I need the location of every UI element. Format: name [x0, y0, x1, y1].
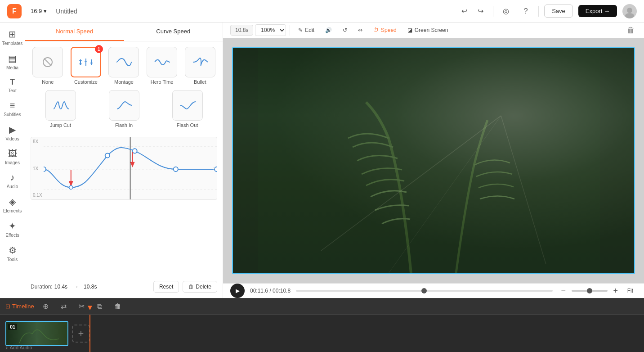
video-toolbar: 10.8s 100% 75% 50% 125% ✎ Edit 🔊 ↺ ⇔ — [223, 23, 644, 38]
sidebar-item-audio[interactable]: ♪ Audio — [2, 170, 23, 192]
app-logo: F — [7, 4, 22, 18]
main-layout: ⊞ Templates ▤ Media T Text ≡ Subtitles ▶… — [0, 23, 644, 298]
svg-rect-28 — [600, 48, 634, 273]
flash-out-icon — [178, 98, 197, 113]
fit-button[interactable]: Fit — [624, 286, 637, 296]
preset-none[interactable]: None — [31, 47, 65, 85]
svg-rect-27 — [233, 48, 258, 273]
sidebar-item-effects[interactable]: ✦ Effects — [2, 218, 23, 240]
svg-point-15 — [44, 167, 46, 171]
controls-bar: ▶ 00:11.6 / 00:10.8 − + Fit — [223, 283, 644, 298]
top-bar: F 16:9 ▾ Untitled ↩ ↪ ◎ ? Save Export → — [0, 0, 644, 23]
svg-point-18 — [174, 167, 178, 171]
zoom-thumb — [587, 288, 592, 293]
reset-button[interactable]: Reset — [153, 281, 179, 293]
play-button[interactable]: ▶ — [230, 284, 245, 298]
graph-expand-handle[interactable]: › — [213, 165, 215, 171]
content-area: 10.8s 100% 75% 50% 125% ✎ Edit 🔊 ↺ ⇔ — [223, 23, 644, 298]
timeline-area: ⊡ Timeline ⊕ ⇄ ✂ ⧉ 🗑 — [0, 298, 644, 352]
speed-graph-area: 8X 1X 0.1X — [25, 133, 223, 277]
save-button[interactable]: Save — [544, 5, 573, 18]
green-screen-button[interactable]: ◪ Green Screen — [403, 25, 453, 36]
cut-button[interactable]: ✂ — [76, 300, 88, 313]
export-button[interactable]: Export → — [578, 5, 617, 17]
speed-curve-svg — [44, 137, 217, 200]
none-icon — [38, 55, 58, 69]
hero-time-icon — [152, 55, 172, 69]
jump-cut-icon — [51, 98, 71, 113]
undo-button[interactable]: ↩ — [457, 4, 471, 18]
redo-button[interactable]: ↪ — [473, 4, 487, 18]
speed-button[interactable]: ⏱ Speed — [369, 25, 401, 36]
zoom-out-button[interactable]: − — [558, 285, 569, 296]
preset-flash-out[interactable]: Flash Out — [157, 90, 217, 128]
zoom-percent-select[interactable]: 100% 75% 50% 125% — [255, 24, 286, 36]
trash-timeline-button[interactable]: 🗑 — [112, 300, 124, 313]
sidebar-item-videos[interactable]: ▶ Videos — [2, 122, 23, 144]
preset-bullet[interactable]: Bullet — [183, 47, 217, 85]
speed-graph[interactable]: 8X 1X 0.1X — [31, 137, 217, 200]
tab-curve-speed[interactable]: Curve Speed — [124, 23, 223, 41]
duration-actions: Reset 🗑 Delete — [153, 281, 217, 293]
clip-number: 01 — [8, 324, 17, 330]
svg-point-17 — [133, 149, 137, 153]
mirror-button[interactable]: ⇔ — [353, 25, 367, 36]
duration-row: Duration: 10.4s → 10.8s Reset 🗑 Delete — [25, 277, 223, 298]
split-button[interactable]: ⇄ — [58, 300, 70, 313]
user-avatar[interactable] — [622, 4, 637, 18]
sidebar-item-text[interactable]: T Text — [2, 75, 23, 96]
timeline-label: ⊡ Timeline — [5, 303, 34, 310]
flash-in-icon — [114, 98, 134, 113]
svg-point-16 — [105, 153, 110, 158]
zoom-slider[interactable] — [572, 290, 608, 292]
aspect-ratio-selector[interactable]: 16:9 ▾ — [27, 6, 50, 16]
preset-flash-in[interactable]: Flash In — [94, 90, 154, 128]
duration-info: Duration: 10.4s → 10.8s — [31, 283, 97, 291]
speed-tabs: Normal Speed Curve Speed — [25, 23, 223, 41]
bullet-icon — [190, 55, 210, 69]
svg-marker-23 — [130, 162, 135, 167]
add-track-button[interactable]: ⊕ — [40, 300, 52, 313]
sidebar-icons: ⊞ Templates ▤ Media T Text ≡ Subtitles ▶… — [0, 23, 25, 298]
tab-normal-speed[interactable]: Normal Speed — [25, 23, 124, 41]
sidebar-item-tools[interactable]: ⚙ Tools — [2, 242, 23, 265]
add-audio-button[interactable]: ♪ Add Audio — [5, 345, 32, 350]
video-preview — [232, 47, 635, 274]
delete-button[interactable]: 🗑 Delete — [183, 281, 217, 293]
project-title: Untitled — [56, 8, 452, 15]
fern-svg — [233, 48, 634, 273]
top-bar-right: ↩ ↪ ◎ ? Save Export → — [457, 4, 637, 18]
speed-panel: Normal Speed Curve Speed None 1 — [25, 23, 223, 298]
video-preview-inner — [233, 48, 634, 273]
progress-thumb[interactable] — [421, 288, 427, 293]
audio-button[interactable]: 🔊 — [321, 25, 336, 36]
svg-point-24 — [69, 185, 73, 189]
delete-clip-button[interactable]: 🗑 — [625, 24, 637, 37]
copy-button[interactable]: ⧉ — [94, 300, 106, 313]
undo-redo-group: ↩ ↪ — [457, 4, 487, 18]
add-clip-button[interactable]: + — [72, 325, 90, 343]
preset-jump-cut[interactable]: Jump Cut — [31, 90, 90, 128]
customize-icon — [76, 55, 96, 69]
video-clip-01[interactable]: 01 — [5, 321, 68, 346]
edit-button[interactable]: ✎ Edit — [294, 25, 319, 36]
preset-montage[interactable]: Montage — [107, 47, 141, 85]
toolbar-divider — [290, 25, 290, 36]
svg-line-3 — [44, 59, 51, 66]
flip-button[interactable]: ↺ — [338, 25, 352, 36]
sidebar-item-media[interactable]: ▤ Media — [2, 50, 23, 73]
zoom-in-button[interactable]: + — [610, 285, 621, 296]
preset-customize[interactable]: 1 Customize — [69, 47, 103, 85]
sidebar-item-templates[interactable]: ⊞ Templates — [2, 26, 23, 49]
time-info: 00:11.6 / 00:10.8 — [250, 288, 291, 294]
timeline-track-area: 01 + ♪ Add Audio — [0, 315, 644, 352]
sidebar-item-elements[interactable]: ◈ Elements — [2, 194, 23, 216]
preset-hero-time[interactable]: Hero Time — [145, 47, 179, 85]
sidebar-item-images[interactable]: 🖼 Images — [2, 146, 23, 168]
progress-track[interactable] — [296, 290, 553, 292]
timeline-playhead — [89, 315, 90, 352]
toolbar-divider — [493, 6, 493, 17]
sidebar-item-subtitles[interactable]: ≡ Subtitles — [2, 98, 23, 120]
settings-button[interactable]: ◎ — [499, 4, 513, 18]
help-button[interactable]: ? — [519, 4, 533, 18]
